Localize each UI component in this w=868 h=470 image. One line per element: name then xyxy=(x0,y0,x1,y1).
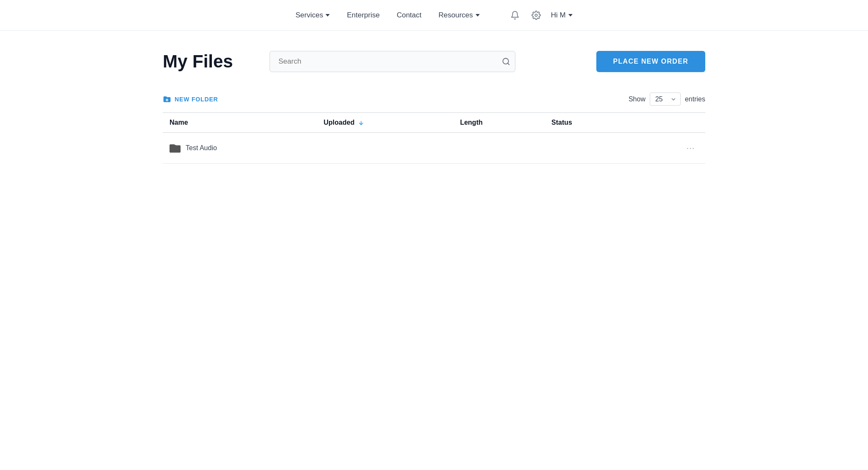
nav-items: Services Enterprise Contact Resources xyxy=(295,11,480,20)
entries-select[interactable]: 10 25 50 100 xyxy=(650,92,681,106)
col-length: Length xyxy=(453,113,545,133)
new-folder-icon xyxy=(163,95,171,104)
page-title: My Files xyxy=(163,51,256,72)
show-label: Show xyxy=(629,95,645,103)
show-entries: Show 10 25 50 100 entries xyxy=(629,92,705,106)
user-chevron-icon xyxy=(568,14,573,17)
bell-icon xyxy=(510,11,520,20)
file-row-name: Test Audio xyxy=(170,143,310,153)
user-label: Hi M xyxy=(551,11,566,20)
table-row: Test Audio ⋯ xyxy=(163,133,705,164)
nav-icons: Hi M xyxy=(509,9,573,22)
sort-down-icon xyxy=(358,120,364,126)
place-order-button[interactable]: PLACE NEW ORDER xyxy=(596,51,705,72)
nav-contact[interactable]: Contact xyxy=(397,11,422,20)
services-chevron-icon xyxy=(326,14,330,17)
gear-icon xyxy=(531,11,541,20)
search-icon xyxy=(502,57,510,66)
row-actions-cell: ⋯ xyxy=(632,133,705,164)
row-length-cell xyxy=(453,133,545,164)
user-menu[interactable]: Hi M xyxy=(551,11,573,20)
main-content: My Files PLACE NEW ORDER NEW FOLDER Show xyxy=(129,31,739,181)
resources-chevron-icon xyxy=(476,14,480,17)
table-body: Test Audio ⋯ xyxy=(163,133,705,164)
notifications-button[interactable] xyxy=(509,9,521,22)
settings-button[interactable] xyxy=(530,9,542,22)
table-header: Name Uploaded Length Status xyxy=(163,113,705,133)
search-container xyxy=(270,51,515,72)
col-uploaded[interactable]: Uploaded xyxy=(317,113,453,133)
services-label: Services xyxy=(295,11,323,20)
nav-enterprise[interactable]: Enterprise xyxy=(347,11,379,20)
svg-line-2 xyxy=(508,63,509,65)
nav-services[interactable]: Services xyxy=(295,11,330,20)
row-status-cell xyxy=(545,133,631,164)
file-name: Test Audio xyxy=(186,144,217,152)
header-row: My Files PLACE NEW ORDER xyxy=(163,51,705,72)
col-name: Name xyxy=(163,113,317,133)
entries-label: entries xyxy=(685,95,705,103)
enterprise-label: Enterprise xyxy=(347,11,379,20)
row-name-cell: Test Audio xyxy=(163,133,317,164)
resources-label: Resources xyxy=(439,11,473,20)
new-folder-button[interactable]: NEW FOLDER xyxy=(163,95,218,104)
more-actions-button[interactable]: ⋯ xyxy=(683,141,698,155)
svg-point-0 xyxy=(535,14,537,17)
toolbar-row: NEW FOLDER Show 10 25 50 100 entries xyxy=(163,92,705,106)
contact-label: Contact xyxy=(397,11,422,20)
navbar: Services Enterprise Contact Resources xyxy=(0,0,868,31)
col-status: Status xyxy=(545,113,631,133)
nav-resources[interactable]: Resources xyxy=(439,11,480,20)
search-input[interactable] xyxy=(270,51,515,72)
col-actions xyxy=(632,113,705,133)
new-folder-label: NEW FOLDER xyxy=(175,96,218,103)
folder-icon xyxy=(170,143,181,153)
row-uploaded-cell xyxy=(317,133,453,164)
search-button[interactable] xyxy=(502,57,510,66)
files-table: Name Uploaded Length Status xyxy=(163,112,705,164)
uploaded-label: Uploaded xyxy=(324,119,355,126)
